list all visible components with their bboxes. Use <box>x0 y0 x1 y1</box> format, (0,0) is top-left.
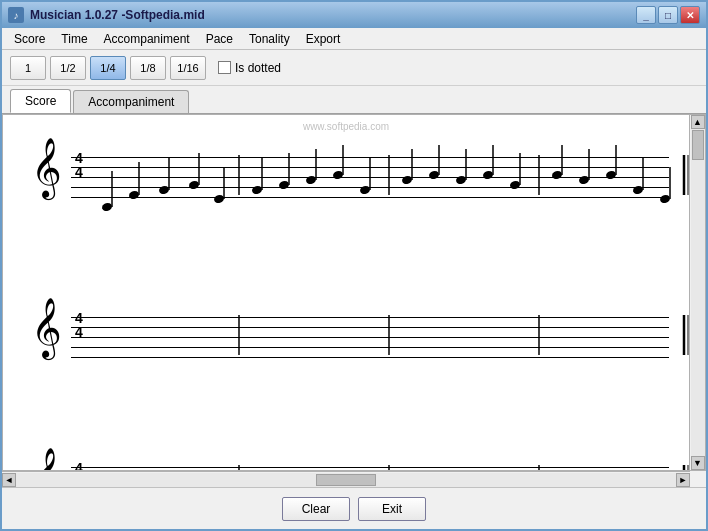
svg-point-25 <box>401 175 413 185</box>
svg-point-37 <box>578 175 590 185</box>
scroll-right-btn[interactable]: ► <box>676 473 690 487</box>
svg-point-31 <box>482 170 494 180</box>
title-buttons: _ □ ✕ <box>636 6 700 24</box>
svg-point-23 <box>359 185 371 195</box>
menu-time[interactable]: Time <box>53 30 95 48</box>
score-container[interactable]: 𝄞 4 4 <box>3 115 705 470</box>
note-btn-quarter[interactable]: 1/4 <box>90 56 126 80</box>
scroll-down-btn[interactable]: ▼ <box>691 456 705 470</box>
app-icon: ♪ <box>8 7 24 23</box>
title-bar: ♪ Musician 1.0.27 -Softpedia.mid _ □ ✕ <box>2 2 706 28</box>
staff-system-2: 𝄞 4 4 <box>19 287 689 397</box>
svg-point-5 <box>101 202 113 212</box>
window-title: Musician 1.0.27 -Softpedia.mid <box>30 8 205 22</box>
svg-point-43 <box>659 194 671 204</box>
svg-point-39 <box>605 170 617 180</box>
tab-bar: Score Accompaniment <box>2 86 706 114</box>
svg-point-7 <box>128 190 140 200</box>
exit-button[interactable]: Exit <box>358 497 426 521</box>
is-dotted-label: Is dotted <box>235 61 281 75</box>
scrollbar-v[interactable]: ▲ ▼ <box>689 115 705 470</box>
svg-point-17 <box>278 180 290 190</box>
scrollbar-h[interactable]: ◄ ► <box>2 471 690 487</box>
note-btn-half[interactable]: 1/2 <box>50 56 86 80</box>
note-btn-1[interactable]: 1 <box>10 56 46 80</box>
note-btn-sixteenth[interactable]: 1/16 <box>170 56 206 80</box>
svg-point-27 <box>428 170 440 180</box>
note-btn-eighth[interactable]: 1/8 <box>130 56 166 80</box>
scroll-thumb-h[interactable] <box>316 474 376 486</box>
scroll-left-btn[interactable]: ◄ <box>2 473 16 487</box>
menu-accompaniment[interactable]: Accompaniment <box>96 30 198 48</box>
menu-pace[interactable]: Pace <box>198 30 241 48</box>
treble-clef-1: 𝄞 <box>31 141 62 193</box>
content-wrapper: www.softpedia.com 𝄞 4 4 <box>2 114 706 487</box>
notes-svg-3 <box>89 437 689 470</box>
minimize-button[interactable]: _ <box>636 6 656 24</box>
dotted-container: Is dotted <box>218 61 281 75</box>
treble-clef-2: 𝄞 <box>31 301 62 353</box>
close-button[interactable]: ✕ <box>680 6 700 24</box>
staff-system-1: 𝄞 4 4 <box>19 127 689 247</box>
score-inner: 𝄞 4 4 <box>7 123 701 470</box>
main-window: ♪ Musician 1.0.27 -Softpedia.mid _ □ ✕ S… <box>0 0 708 531</box>
bottom-bar: Clear Exit <box>2 487 706 529</box>
menu-tonality[interactable]: Tonality <box>241 30 298 48</box>
title-bar-left: ♪ Musician 1.0.27 -Softpedia.mid <box>8 7 205 23</box>
svg-point-13 <box>213 194 225 204</box>
clear-button[interactable]: Clear <box>282 497 350 521</box>
svg-point-11 <box>188 180 200 190</box>
is-dotted-checkbox[interactable] <box>218 61 231 74</box>
scroll-track-h[interactable] <box>16 473 676 487</box>
svg-point-21 <box>332 170 344 180</box>
treble-clef-3: 𝄞 <box>31 451 62 470</box>
tab-score[interactable]: Score <box>10 89 71 113</box>
svg-point-29 <box>455 175 467 185</box>
notes-svg-1 <box>89 127 689 247</box>
menu-export[interactable]: Export <box>298 30 349 48</box>
menu-score[interactable]: Score <box>6 30 53 48</box>
svg-point-33 <box>509 180 521 190</box>
menu-bar: Score Time Accompaniment Pace Tonality E… <box>2 28 706 50</box>
svg-point-19 <box>305 175 317 185</box>
svg-point-41 <box>632 185 644 195</box>
content-area: www.softpedia.com 𝄞 4 4 <box>2 114 706 471</box>
toolbar: 1 1/2 1/4 1/8 1/16 Is dotted <box>2 50 706 86</box>
scroll-up-btn[interactable]: ▲ <box>691 115 705 129</box>
svg-point-9 <box>158 185 170 195</box>
svg-point-35 <box>551 170 563 180</box>
maximize-button[interactable]: □ <box>658 6 678 24</box>
notes-svg-2 <box>89 287 689 397</box>
svg-point-15 <box>251 185 263 195</box>
tab-accompaniment[interactable]: Accompaniment <box>73 90 189 113</box>
scroll-track-v[interactable] <box>691 129 705 456</box>
scroll-thumb-v[interactable] <box>692 130 704 160</box>
staff-system-3: 𝄞 4 4 <box>19 437 689 470</box>
